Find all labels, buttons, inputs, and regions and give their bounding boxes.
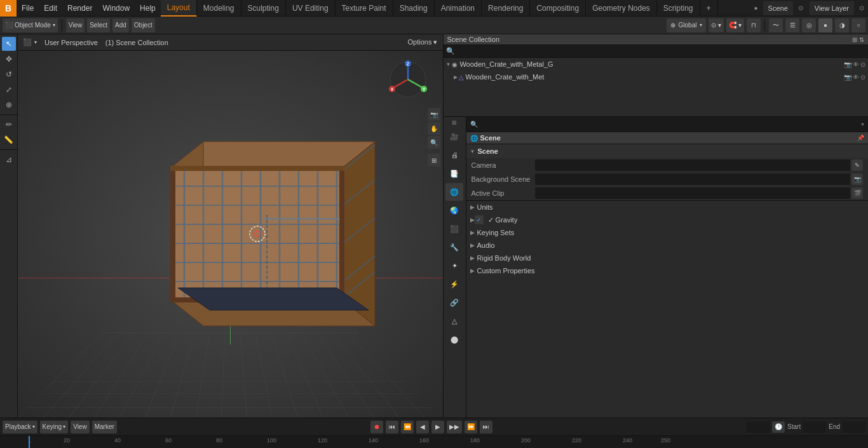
annotate-tool[interactable]: ✏: [2, 118, 16, 132]
viewport-shading-material[interactable]: ◑: [835, 18, 849, 32]
scene-section-header[interactable]: ▼ Scene: [466, 144, 869, 158]
background-scene-input[interactable]: [535, 173, 851, 185]
props-view-layer[interactable]: 📑: [445, 165, 463, 182]
custom-props-section[interactable]: ▶ Custom Properties: [466, 264, 869, 277]
playback-dropdown[interactable]: Playback ▾: [3, 421, 37, 433]
props-modifier[interactable]: 🔧: [445, 238, 463, 256]
viewport-canvas[interactable]: Z Y X 📷 ✋ 🔍 ⊞: [18, 51, 443, 417]
vp-mode-btn[interactable]: User Perspective: [42, 36, 100, 49]
measure-tool[interactable]: 📏: [2, 133, 16, 147]
scene-selector[interactable]: Scene: [763, 1, 793, 15]
prev-frame-btn[interactable]: ◀: [416, 421, 429, 433]
outliner-view-icon[interactable]: 👁: [853, 61, 859, 68]
workspace-modeling[interactable]: Modeling: [197, 0, 241, 17]
pivot-btn[interactable]: ⊙ ▾: [709, 18, 724, 32]
workspace-layout[interactable]: Layout: [161, 0, 197, 17]
vp-overlay-toggle[interactable]: ⬛ ▾: [20, 36, 39, 49]
add-workspace-btn[interactable]: +: [700, 0, 718, 17]
end-frame-input[interactable]: 250: [843, 421, 865, 433]
timeline-scrubber[interactable]: 1 20 40 60 80 100 120 140 160 180 200 22…: [0, 435, 868, 448]
menu-file[interactable]: File: [17, 0, 39, 17]
select-btn[interactable]: Select: [87, 18, 110, 32]
workspace-geometry-nodes[interactable]: Geometry Nodes: [586, 0, 657, 17]
units-section[interactable]: ▶ Units: [466, 201, 869, 214]
extras-btn[interactable]: 〜: [769, 18, 783, 32]
props-filter-icon[interactable]: ▾: [861, 121, 864, 128]
proportional-btn[interactable]: ⊓: [747, 18, 761, 32]
menu-render[interactable]: Render: [62, 0, 97, 17]
workspace-scripting[interactable]: Scripting: [657, 0, 700, 17]
view-layer-selector[interactable]: View Layer: [810, 1, 854, 15]
outliner-filter-icon[interactable]: ⊞: [852, 36, 857, 43]
object-btn[interactable]: Object: [132, 18, 155, 32]
snap-btn[interactable]: 🧲 ▾: [726, 18, 744, 32]
zoom-icon[interactable]: 🔍: [428, 136, 440, 149]
viewport-gizmo[interactable]: Z Y X: [386, 57, 430, 102]
keying-dropdown[interactable]: Keying ▾: [40, 421, 69, 433]
outliner-child-select-icon[interactable]: ⊙: [860, 74, 865, 81]
props-sidebar-icon[interactable]: ⊞: [452, 119, 457, 126]
toolbar-mode-btn[interactable]: ⬛ Object Mode ▾: [3, 18, 58, 32]
workspace-uv-editing[interactable]: UV Editing: [286, 0, 336, 17]
viewport-shading-solid[interactable]: ●: [818, 18, 832, 32]
menu-edit[interactable]: Edit: [39, 0, 62, 17]
outliner-child-camera-icon[interactable]: 📷: [844, 74, 851, 81]
menu-help[interactable]: Help: [135, 0, 161, 17]
workspace-shading[interactable]: Shading: [393, 0, 435, 17]
props-scene-pin[interactable]: 📌: [857, 135, 864, 141]
keying-sets-section[interactable]: ▶ Keying Sets: [466, 226, 869, 239]
view-btn[interactable]: View: [66, 18, 85, 32]
next-frame-btn[interactable]: ▶▶: [447, 421, 462, 433]
menu-window[interactable]: Window: [97, 0, 135, 17]
props-world[interactable]: 🌏: [445, 201, 463, 219]
viewport-shading-rendered[interactable]: ○: [851, 18, 865, 32]
active-clip-icon[interactable]: 🎬: [851, 187, 863, 199]
cursor-tool[interactable]: ↖: [2, 37, 16, 51]
outliner-search-input[interactable]: [457, 48, 866, 55]
overlay-btn[interactable]: ☰: [785, 18, 799, 32]
rotate-tool[interactable]: ↺: [2, 67, 16, 81]
workspace-rendering[interactable]: Rendering: [482, 0, 530, 17]
audio-section[interactable]: ▶ Audio: [466, 239, 869, 252]
move-tool[interactable]: ✥: [2, 52, 16, 66]
props-output[interactable]: 🖨: [445, 146, 463, 164]
outliner-select-icon[interactable]: ⊙: [860, 61, 865, 68]
outliner-child-view-icon[interactable]: 👁: [853, 74, 859, 81]
add-tool[interactable]: ⊿: [2, 153, 16, 166]
prev-keyframe-btn[interactable]: ⏪: [401, 421, 414, 433]
props-material[interactable]: ⬤: [445, 330, 463, 348]
record-btn[interactable]: ⏺: [370, 421, 383, 433]
start-frame-input[interactable]: 1: [803, 421, 826, 433]
scale-tool[interactable]: ⤢: [2, 83, 16, 97]
viewport[interactable]: ⬛ ▾ User Perspective (1) Scene Collectio…: [18, 34, 443, 417]
play-btn[interactable]: ▶: [431, 421, 444, 433]
grid-icon[interactable]: ⊞: [428, 154, 440, 166]
rigid-body-section[interactable]: ▶ Rigid Body World: [466, 252, 869, 264]
vp-options-btn[interactable]: Options ▾: [405, 36, 440, 49]
outliner-camera-icon[interactable]: 📷: [844, 61, 851, 68]
view-dropdown[interactable]: View: [71, 421, 90, 433]
outliner-item-collection[interactable]: ▼ ◉ Wooden_Crate_with_Metal_G 📷 👁 ⊙: [444, 58, 869, 71]
workspace-compositing[interactable]: Compositing: [530, 0, 586, 17]
outliner-item-mesh[interactable]: ▶ △ Wooden_Crate_with_Met 📷 👁 ⊙: [451, 71, 869, 83]
props-object[interactable]: ⬛: [445, 220, 463, 238]
clock-icon[interactable]: 🕐: [772, 421, 785, 433]
props-particles[interactable]: ✦: [445, 257, 463, 275]
workspace-sculpting[interactable]: Sculpting: [241, 0, 286, 17]
gravity-section[interactable]: ▶ ✓ ✓ Gravity: [466, 214, 869, 226]
camera-input[interactable]: [535, 160, 851, 171]
props-physics[interactable]: ⚡: [445, 275, 463, 293]
gizmo-btn[interactable]: ◎: [802, 18, 816, 32]
next-keyframe-btn[interactable]: ⏩: [465, 421, 477, 433]
camera-eyedropper[interactable]: ✎: [851, 160, 863, 171]
gravity-checkbox[interactable]: ✓: [475, 215, 484, 224]
transform-tool[interactable]: ⊕: [2, 98, 16, 112]
props-render[interactable]: 🎥: [445, 128, 463, 146]
outliner-sort-icon[interactable]: ⇅: [859, 36, 864, 43]
props-search-input[interactable]: [480, 121, 862, 128]
camera-icon[interactable]: 📷: [428, 108, 440, 121]
props-constraints[interactable]: 🔗: [445, 294, 463, 311]
workspace-texture-paint[interactable]: Texture Paint: [336, 0, 393, 17]
current-frame-input[interactable]: 1: [747, 421, 770, 433]
vp-collection-btn[interactable]: (1) Scene Collection: [103, 36, 171, 49]
